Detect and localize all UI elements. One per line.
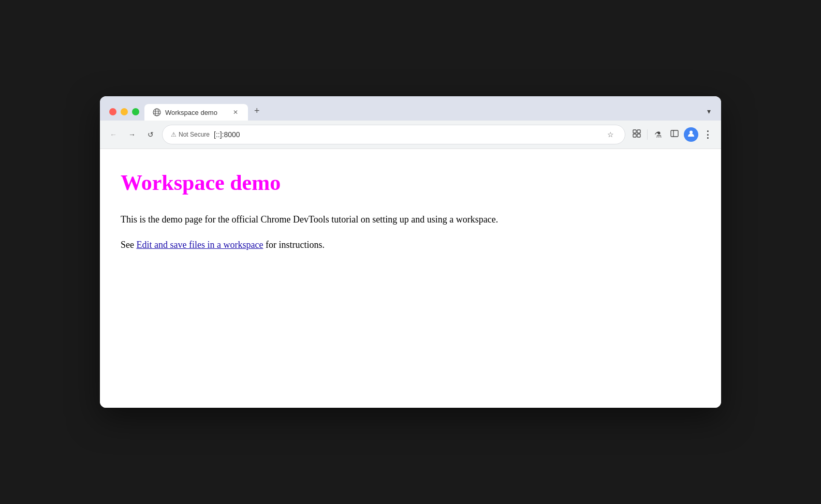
refresh-button[interactable]: ↺ xyxy=(143,127,158,142)
back-button[interactable]: ← xyxy=(106,127,121,142)
page-link-line: See Edit and save files in a workspace f… xyxy=(121,238,700,253)
security-indicator: ⚠ Not Secure xyxy=(171,131,210,138)
active-tab[interactable]: Workspace demo ✕ xyxy=(144,104,248,121)
navigation-bar: ← → ↺ ⚠ Not Secure [::]:8000 ☆ xyxy=(100,121,721,149)
svg-rect-5 xyxy=(637,130,640,133)
warning-icon: ⚠ xyxy=(171,131,177,138)
svg-rect-6 xyxy=(633,134,636,137)
traffic-lights xyxy=(105,108,143,121)
link-suffix-text: for instructions. xyxy=(263,240,325,250)
svg-rect-4 xyxy=(633,130,636,133)
link-prefix-text: See xyxy=(121,240,137,250)
address-bar[interactable]: ⚠ Not Secure [::]:8000 ☆ xyxy=(162,125,625,144)
new-tab-button[interactable]: + xyxy=(249,101,265,121)
browser-window: Workspace demo ✕ + ▾ ← → ↺ ⚠ Not Secure … xyxy=(100,96,721,408)
bookmark-button[interactable]: ☆ xyxy=(604,128,617,141)
profile-icon xyxy=(686,129,696,140)
address-bar-actions: ☆ xyxy=(604,128,617,141)
extensions-button[interactable] xyxy=(629,127,644,142)
extensions-icon xyxy=(632,129,641,140)
tab-title: Workspace demo xyxy=(165,109,227,116)
page-description: This is the demo page for the official C… xyxy=(121,212,700,227)
bookmark-icon: ☆ xyxy=(607,130,614,139)
forward-button[interactable]: → xyxy=(125,127,139,142)
back-icon: ← xyxy=(110,130,117,139)
sidebar-toggle-button[interactable] xyxy=(667,127,682,142)
forward-icon: → xyxy=(128,130,136,139)
tab-close-button[interactable]: ✕ xyxy=(231,108,240,116)
tab-dropdown-button[interactable]: ▾ xyxy=(702,104,716,121)
more-icon: ⋮ xyxy=(703,129,712,140)
chevron-down-icon: ▾ xyxy=(707,107,711,115)
security-text: Not Secure xyxy=(179,131,210,138)
refresh-icon: ↺ xyxy=(148,130,154,139)
page-content: Workspace demo This is the demo page for… xyxy=(100,149,721,408)
workspace-link[interactable]: Edit and save files in a workspace xyxy=(137,240,263,250)
nav-divider xyxy=(647,129,648,140)
tab-favicon-icon xyxy=(153,108,161,116)
url-display[interactable]: [::]:8000 xyxy=(214,130,600,139)
svg-rect-8 xyxy=(671,130,678,137)
lab-icon: ⚗ xyxy=(654,130,662,140)
traffic-light-maximize[interactable] xyxy=(132,108,139,115)
svg-point-1 xyxy=(155,109,158,116)
sidebar-icon xyxy=(670,129,679,140)
tab-bar: Workspace demo ✕ + ▾ xyxy=(100,96,721,121)
svg-rect-7 xyxy=(637,134,640,137)
chrome-menu-button[interactable]: ⋮ xyxy=(700,127,715,142)
svg-point-0 xyxy=(153,109,160,116)
lab-button[interactable]: ⚗ xyxy=(651,127,665,142)
profile-button[interactable] xyxy=(684,127,698,142)
svg-point-10 xyxy=(690,131,693,134)
page-heading: Workspace demo xyxy=(121,170,700,196)
nav-actions: ⚗ ⋮ xyxy=(629,127,715,142)
traffic-light-minimize[interactable] xyxy=(121,108,128,115)
traffic-light-close[interactable] xyxy=(109,108,116,115)
